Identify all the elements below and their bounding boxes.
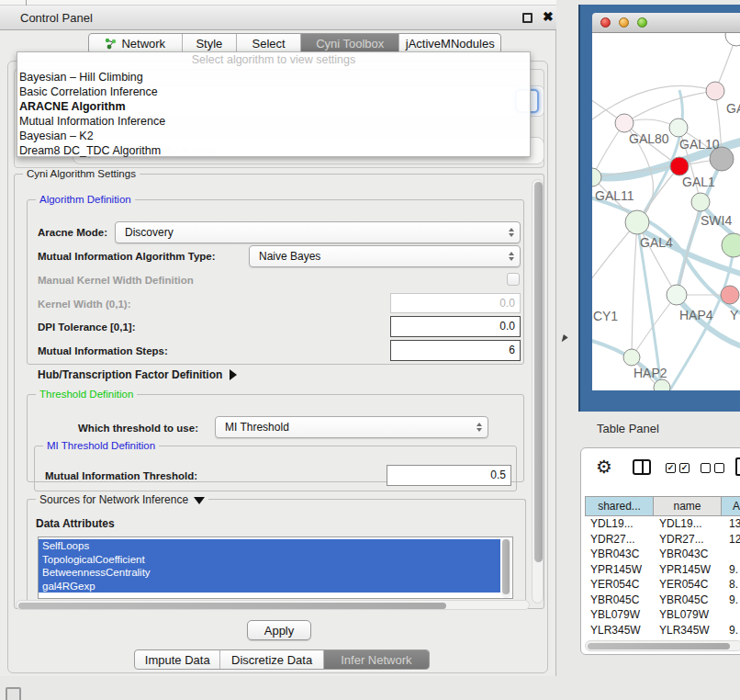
settings-hscrollbar[interactable] [16,600,530,610]
cyni-bottom-tabs: Impute Data Discretize Data Infer Networ… [134,649,430,670]
node-pink[interactable] [721,286,739,304]
mi-type-label: Mutual Information Algorithm Type: [38,251,216,262]
table-row[interactable]: YDR27... YDR27... 12 [585,533,740,548]
column-header-sharedname[interactable]: shared... [585,496,654,516]
dropdown-item[interactable]: Basic Correlation Inference [17,85,530,99]
table-row[interactable]: YBL079W YBL079W [585,608,740,623]
list-item[interactable]: gal4RGexp [39,580,500,593]
kernel-width-field[interactable]: 0.0 [390,293,521,313]
dropdown-item[interactable]: Bayesian – K2 [17,129,530,143]
float-panel-icon[interactable] [522,13,533,23]
select-all-icon[interactable]: ✓✓ [666,463,690,473]
apply-button[interactable]: Apply [247,620,311,640]
node-label: GAL11 [595,188,634,203]
mi-threshold-field[interactable]: 0.5 [387,465,511,486]
which-threshold-combo[interactable]: MI Threshold [215,416,488,438]
node-label: GAL10 [679,137,720,152]
node-gal1-red[interactable] [670,157,689,175]
table-header: shared... name A [585,496,740,516]
node[interactable] [691,193,710,211]
node-label: GAL80 [629,131,669,146]
network-tab-icon [105,38,117,50]
collapsed-arrow-icon [230,369,237,380]
tab-cyni-toolbox[interactable]: Cyni Toolbox [301,34,400,53]
table-row[interactable]: YER054C YER054C 8. [585,578,740,593]
gear-icon[interactable]: ⚙ [596,456,612,478]
export-table-icon[interactable] [735,457,740,476]
node[interactable] [725,33,740,46]
dropdown-item[interactable]: Bayesian – Hill Climbing [17,70,530,85]
node-hap2[interactable] [623,349,640,366]
expanded-arrow-icon [194,497,205,504]
manual-kernel-label: Manual Kernel Width Definition [38,275,194,286]
manual-kernel-checkbox[interactable] [507,273,520,286]
table-panel-titlebar: Table Panel [577,415,740,443]
list-item[interactable]: SelfLoops [39,539,500,553]
table-row[interactable]: YBR045C YBR045C 9. [585,593,740,608]
column-header-name[interactable]: name [654,496,722,516]
hub-section-toggle[interactable]: Hub/Transcription Factor Definition [38,368,237,381]
dpi-tolerance-field[interactable]: 0.0 [390,316,521,337]
which-threshold-label: Which threshold to use: [78,423,198,434]
minimize-window-icon[interactable] [619,17,629,28]
node-label: HAP4 [679,308,713,322]
tab-style[interactable]: Style [183,34,238,53]
tab-jactivemnodules[interactable]: jActiveMNodules [399,34,500,53]
tab-infer-network[interactable]: Infer Network [324,650,429,669]
mi-steps-field[interactable]: 6 [390,340,521,361]
table-hscrollbar[interactable] [585,640,740,651]
mi-threshold-group-title: MI Threshold Definition [43,440,159,451]
threshold-definition-title: Threshold Definition [36,389,137,400]
dropdown-placeholder: Select algorithm to view settings [17,53,530,66]
combo-arrows-icon [473,423,488,432]
sources-group-title[interactable]: Sources for Network Inference [36,493,208,506]
node[interactable] [706,82,724,100]
dropdown-item[interactable]: Dream8 DC_TDC Algorithm [17,143,530,158]
close-panel-icon[interactable]: ✖ [543,9,554,24]
table-row[interactable]: YBR043C YBR043C [585,548,740,562]
network-graph: GAL GAL80 GAL10 GAL1 GAL11 SWI4 GAL4 GCY… [592,33,740,390]
table-row[interactable]: YPR145W YPR145W 9. [585,563,740,578]
settings-scrollbar[interactable] [532,179,544,604]
column-view-icon[interactable] [633,459,651,475]
node-label: GAL [726,101,740,116]
node-gal4[interactable] [625,210,649,234]
mi-steps-label: Mutual Information Steps: [38,345,168,356]
aracne-mode-label: Aracne Mode: [38,227,107,238]
node-label: SWI4 [701,213,732,228]
network-window-titlebar[interactable] [592,13,740,33]
algorithm-definition-title: Algorithm Definition [36,194,135,205]
network-canvas[interactable]: GAL GAL80 GAL10 GAL1 GAL11 SWI4 GAL4 GCY… [592,33,740,390]
node-swi4[interactable] [722,233,740,257]
tab-impute-data[interactable]: Impute Data [135,650,220,669]
table-row[interactable]: YLR345W YLR345W 9. [585,624,740,638]
dock-panel-icon[interactable] [6,687,21,700]
column-header-clipped[interactable]: A [722,496,740,516]
node-gal11[interactable] [592,168,601,186]
mi-type-combo[interactable]: Naive Bayes [249,245,521,267]
list-scrollbar[interactable] [501,538,511,598]
node-label: GAL1 [682,175,715,189]
close-window-icon[interactable] [600,17,611,28]
dropdown-item[interactable]: Mutual Information Inference [17,114,530,129]
aracne-mode-combo[interactable]: Discovery [115,221,521,243]
zoom-window-icon[interactable] [637,17,647,28]
node-gal80[interactable] [615,114,633,132]
node-gal10[interactable] [669,119,688,137]
tab-select[interactable]: Select [237,34,301,53]
aracne-mode-value: Discovery [116,226,505,239]
tab-discretize-data[interactable]: Discretize Data [220,650,323,669]
control-panel-title: Control Panel [20,11,93,25]
tab-network[interactable]: Network [89,34,183,53]
which-threshold-value: MI Threshold [216,421,473,434]
list-item[interactable]: BetweennessCentrality [39,566,500,580]
mi-threshold-label: Mutual Information Threshold: [45,470,197,481]
list-item[interactable]: TopologicalCoefficient [39,553,500,567]
dropdown-item-selected[interactable]: ARACNE Algorithm [17,99,530,114]
table-panel-title: Table Panel [597,422,659,435]
deselect-all-icon[interactable] [701,463,724,473]
table-row[interactable]: YDL19... YDL19... 13 [585,517,740,532]
node-hap4[interactable] [667,285,687,305]
tab-network-label: Network [121,37,165,51]
node-label: GCY1 [592,309,618,323]
